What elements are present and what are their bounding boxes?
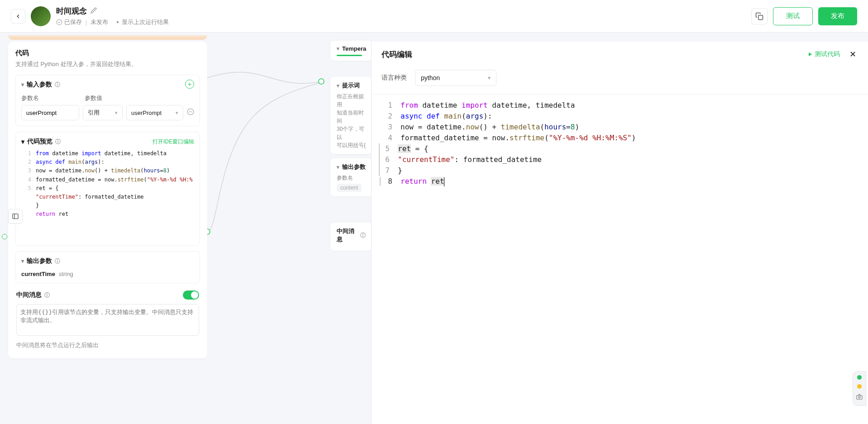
status-dot-yellow [857, 384, 862, 389]
code-preview[interactable]: 1from datetime import datetime, timedelt… [21, 149, 194, 240]
mid-msg-hint: 中间消息将在节点运行之后输出 [16, 341, 199, 349]
divider: | [86, 19, 87, 26]
run-result-dropdown[interactable]: 显示上次运行结果 [115, 18, 169, 26]
output-param-type: string [59, 271, 73, 277]
svg-marker-1 [117, 22, 119, 23]
add-param-button[interactable]: + [185, 80, 194, 89]
prompt-node[interactable]: ▾提示词 你正在根据用 知道当前时间 30个字，可以 可以用括号{ [330, 77, 372, 154]
mid-msg-textarea[interactable] [16, 304, 199, 336]
delete-param-button[interactable] [187, 108, 194, 117]
header: 时间观念 已保存 | 未发布 显示上次运行结果 测试 发布 [0, 0, 868, 33]
temperature-node[interactable]: ▾Tempera [330, 41, 372, 61]
mid-message-section: 中间消息ⓘ 中间消息将在节点运行之后输出 [15, 289, 200, 351]
ref-value-select[interactable]: userPrompt▾ [126, 105, 183, 120]
output-params-section: ▾ 输出参数 ⓘ currentTime string [15, 251, 200, 283]
col-value-label: 参数值 [85, 94, 102, 102]
info-icon[interactable]: ⓘ [55, 257, 60, 265]
info-icon[interactable]: ⓘ [44, 291, 50, 299]
close-button[interactable]: ✕ [847, 49, 858, 60]
panel-collapse-button[interactable] [8, 209, 23, 224]
preview-title: 代码预览 [27, 138, 52, 146]
code-preview-section: ▾代码预览ⓘ 打开IDE窗口编辑 1from datetime import d… [15, 132, 200, 246]
editor-title: 代码编辑 [382, 49, 412, 60]
node-title: 代码 [15, 49, 200, 57]
mid-msg-node[interactable]: 中间消息ⓘ [330, 223, 372, 251]
output-params-node[interactable]: ▾输出参数 参数名 content [330, 158, 372, 196]
svg-point-0 [57, 19, 62, 25]
param-row: 引用▾ userPrompt▾ [21, 105, 194, 120]
saved-status: 已保存 [56, 18, 82, 26]
canvas[interactable]: 代码 支持通过 Python 处理入参，并返回处理结果。 ▾ 输入参数 ⓘ + … [0, 33, 868, 424]
chevron-down-icon[interactable]: ▾ [21, 81, 24, 88]
code-editor[interactable]: 1from datetime import datetime, timedelt… [372, 95, 868, 424]
node-description: 支持通过 Python 处理入参，并返回处理结果。 [15, 60, 200, 68]
svg-point-11 [858, 396, 860, 398]
svg-point-4 [319, 79, 324, 84]
mid-msg-toggle[interactable] [183, 291, 199, 300]
publish-button[interactable]: 发布 [818, 7, 857, 25]
svg-marker-9 [809, 52, 812, 56]
info-icon[interactable]: ⓘ [55, 81, 60, 89]
input-params-section: ▾ 输入参数 ⓘ + 参数名 参数值 引用▾ userPrompt▾ [15, 75, 200, 126]
open-ide-link[interactable]: 打开IDE窗口编辑 [153, 138, 194, 146]
info-icon[interactable]: ⓘ [55, 138, 61, 146]
section-title: 输出参数 [27, 257, 52, 265]
test-button[interactable]: 测试 [773, 7, 813, 25]
title-block: 时间观念 已保存 | 未发布 显示上次运行结果 [56, 6, 751, 26]
code-node-panel: 代码 支持通过 Python 处理入参，并返回处理结果。 ▾ 输入参数 ⓘ + … [8, 42, 207, 358]
chevron-down-icon[interactable]: ▾ [21, 138, 24, 145]
status-dot-green [857, 375, 862, 380]
test-code-link[interactable]: 测试代码 [807, 50, 840, 58]
back-button[interactable] [11, 9, 25, 24]
screenshot-icon[interactable] [856, 393, 863, 402]
page-title: 时间观念 [56, 6, 87, 16]
chevron-down-icon[interactable]: ▾ [21, 258, 24, 264]
svg-rect-10 [857, 395, 862, 400]
code-editor-panel: 代码编辑 测试代码 ✕ 语言种类 python ▾ 1from datetime… [371, 42, 868, 424]
avatar [31, 6, 51, 26]
output-param-name: currentTime [21, 271, 55, 277]
language-label: 语言种类 [382, 74, 407, 82]
param-name-input[interactable] [21, 105, 79, 120]
section-title: 输入参数 [27, 81, 52, 89]
edit-icon[interactable] [91, 7, 97, 15]
language-select[interactable]: python ▾ [415, 70, 496, 86]
mid-msg-title: 中间消息 [16, 291, 42, 299]
upstream-node-edge [8, 35, 207, 40]
copy-button[interactable] [751, 8, 768, 24]
svg-rect-2 [758, 15, 763, 19]
col-name-label: 参数名 [21, 94, 85, 102]
input-port[interactable] [2, 234, 7, 239]
side-float-panel[interactable] [853, 371, 866, 406]
unpublished-status: 未发布 [91, 18, 108, 26]
ref-type-select[interactable]: 引用▾ [83, 105, 123, 120]
svg-rect-5 [13, 214, 18, 219]
